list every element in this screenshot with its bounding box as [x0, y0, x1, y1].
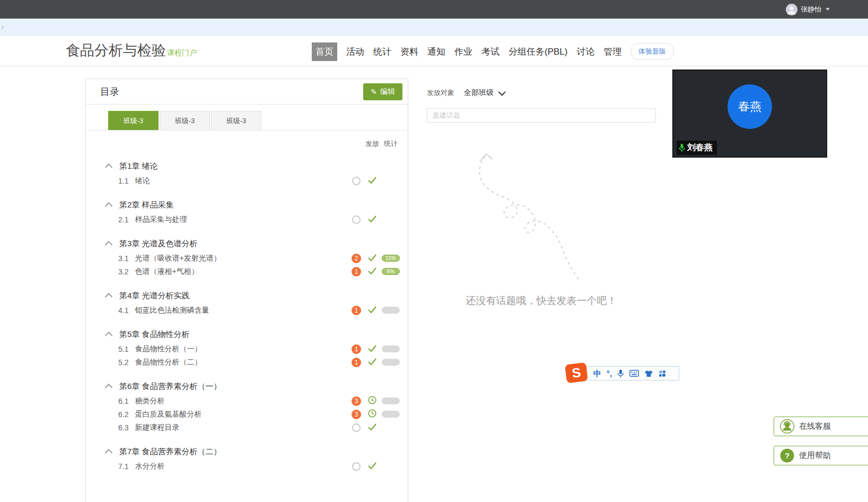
- svg-text:?: ?: [785, 451, 790, 460]
- online-service-label: 在线客服: [799, 421, 831, 431]
- chapter-header[interactable]: 第7章 食品营养素分析（二）: [86, 444, 408, 460]
- ime-keyboard-icon[interactable]: [629, 370, 639, 377]
- check-icon: [368, 267, 376, 276]
- chapter-header[interactable]: 第4章 光谱分析实践: [86, 288, 408, 304]
- section-row[interactable]: 2.1样品采集与处理: [86, 213, 408, 226]
- column-stats[interactable]: 统计: [380, 139, 401, 149]
- collapse-chevron-icon[interactable]: [105, 383, 112, 391]
- collapse-chevron-icon[interactable]: [105, 331, 112, 339]
- nav-item[interactable]: 考试: [481, 42, 499, 61]
- progress-pill[interactable]: 11%: [382, 255, 400, 262]
- section-row[interactable]: 6.3新建课程目录: [86, 421, 408, 434]
- progress-pill[interactable]: [382, 397, 400, 404]
- progress-pill[interactable]: [382, 345, 400, 352]
- collapse-chevron-icon[interactable]: [105, 163, 112, 170]
- section-row[interactable]: 6.2蛋白质及氨基酸分析3: [86, 408, 408, 421]
- section-number: 2.1: [118, 215, 128, 224]
- section-title: 水分分析: [135, 462, 348, 471]
- chapter-header[interactable]: 第5章 食品物性分析: [86, 326, 408, 342]
- main-nav: 首页活动统计资料通知作业考试分组任务(PBL)讨论管理: [312, 42, 621, 61]
- section-title: 糖类分析: [135, 396, 348, 406]
- user-avatar-icon: [786, 4, 797, 15]
- publish-circle-icon[interactable]: [352, 462, 361, 471]
- online-service-button[interactable]: 在线客服: [774, 417, 868, 436]
- chapter-title: 第7章 食品营养素分析（二）: [119, 447, 222, 457]
- topbar: 张静怡: [0, 0, 868, 19]
- nav-item[interactable]: 分组任务(PBL): [508, 42, 567, 61]
- nav-item[interactable]: 资料: [400, 42, 418, 61]
- chapter-title: 第1章 绪论: [119, 161, 158, 171]
- course-portal-label: 课程门户: [167, 48, 197, 57]
- section-row[interactable]: 1.1绪论: [86, 174, 408, 187]
- nav-item[interactable]: 通知: [427, 42, 445, 61]
- section-title: 样品采集与处理: [135, 215, 348, 224]
- section-number: 1.1: [118, 177, 128, 185]
- class-tab[interactable]: 班级-3: [211, 111, 261, 130]
- section-row[interactable]: 3.1光谱（吸收谱+发射光谱）211%: [86, 252, 408, 265]
- section-row[interactable]: 3.2色谱（液相+气相）16%: [86, 265, 408, 278]
- section-row[interactable]: 7.1水分分析: [86, 460, 408, 473]
- section-row[interactable]: 5.1食品物性分析（一）1: [86, 342, 408, 356]
- section-row[interactable]: 4.1钼蓝比色法检测磷含量1: [86, 304, 408, 317]
- nav-item[interactable]: 作业: [454, 42, 472, 61]
- ime-more-tools-icon[interactable]: [659, 370, 666, 377]
- section-row[interactable]: 5.2食品物性分析（二）1: [86, 356, 408, 369]
- activity-count-badge: 3: [352, 396, 361, 406]
- class-filter-dropdown[interactable]: 全部班级: [464, 88, 505, 98]
- username: 张静怡: [801, 5, 821, 14]
- activity-count-badge: 1: [352, 344, 361, 354]
- check-icon: [368, 306, 376, 315]
- try-new-version-button[interactable]: 体验新版: [630, 43, 674, 60]
- section-title: 钼蓝比色法检测磷含量: [135, 306, 348, 315]
- nav-item[interactable]: 讨论: [576, 42, 594, 61]
- class-tab[interactable]: 班级-3: [160, 111, 210, 130]
- chapter-header[interactable]: 第1章 绪论: [86, 158, 408, 174]
- collapse-chevron-icon[interactable]: [105, 240, 112, 248]
- ime-voice-icon[interactable]: [617, 369, 624, 378]
- video-call-panel: 春燕 刘春燕: [672, 70, 827, 158]
- collapse-chevron-icon[interactable]: [105, 448, 112, 456]
- nav-item[interactable]: 管理: [603, 42, 621, 61]
- section-number: 3.2: [118, 267, 128, 276]
- progress-pill[interactable]: [382, 411, 400, 418]
- expand-chevron-icon[interactable]: ›: [1, 22, 4, 32]
- ime-toolbar: 中 °,: [583, 366, 679, 380]
- collapse-chevron-icon[interactable]: [105, 292, 112, 300]
- microphone-on-icon: [678, 143, 686, 153]
- progress-pill[interactable]: [382, 307, 400, 314]
- ime-punctuation-toggle[interactable]: °,: [607, 369, 612, 377]
- publish-circle-icon[interactable]: [352, 423, 361, 432]
- nav-item[interactable]: 首页: [312, 42, 337, 61]
- section-number: 5.1: [118, 345, 128, 353]
- chapter-header[interactable]: 第3章 光谱及色谱分析: [86, 236, 408, 252]
- publish-circle-icon[interactable]: [352, 177, 361, 185]
- section-number: 6.1: [118, 397, 128, 405]
- section-row[interactable]: 6.1糖类分析3: [86, 394, 408, 408]
- edit-button[interactable]: ✎ 编辑: [363, 83, 402, 100]
- site-header: 食品分析与检验课程门户 首页活动统计资料通知作业考试分组任务(PBL)讨论管理 …: [0, 36, 868, 66]
- chapter: 第2章 样品采集2.1样品采集与处理: [86, 197, 408, 226]
- nav-item[interactable]: 活动: [346, 42, 364, 61]
- chapter-title: 第4章 光谱分析实践: [119, 291, 190, 301]
- check-icon: [368, 423, 376, 432]
- chapter-header[interactable]: 第2章 样品采集: [86, 197, 408, 213]
- check-icon: [368, 254, 376, 263]
- progress-pill[interactable]: [382, 359, 400, 366]
- help-button[interactable]: ? 使用帮助: [774, 446, 868, 465]
- ime-skin-icon[interactable]: [644, 370, 653, 377]
- chapter-header[interactable]: 第6章 食品营养素分析（一）: [86, 378, 408, 394]
- new-topic-input[interactable]: [427, 108, 656, 123]
- class-tab[interactable]: 班级-3: [108, 111, 159, 130]
- progress-pill[interactable]: 6%: [382, 268, 400, 275]
- ime-mode-toggle[interactable]: 中: [593, 369, 601, 377]
- section-title: 光谱（吸收谱+发射光谱）: [135, 254, 348, 263]
- sogou-ime-logo[interactable]: S: [565, 362, 588, 384]
- publish-circle-icon[interactable]: [352, 215, 361, 224]
- participant-name-label: 刘春燕: [677, 141, 717, 155]
- activity-count-badge: 2: [352, 254, 361, 263]
- toc-header: 目录 ✎ 编辑: [86, 79, 408, 105]
- collapse-chevron-icon[interactable]: [105, 202, 112, 209]
- user-menu[interactable]: 张静怡: [786, 4, 830, 15]
- clock-icon: [368, 396, 376, 406]
- nav-item[interactable]: 统计: [373, 42, 391, 61]
